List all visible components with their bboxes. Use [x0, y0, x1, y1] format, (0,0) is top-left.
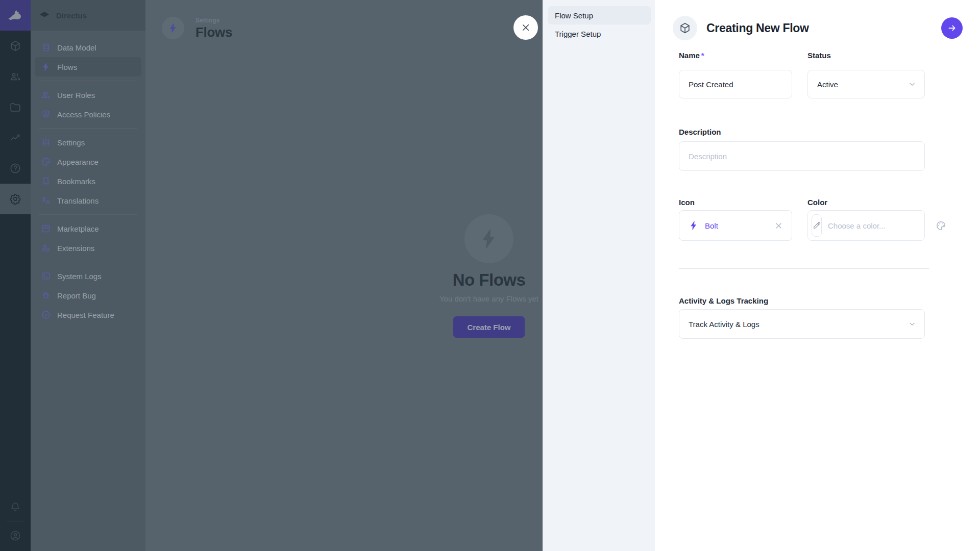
shield-person-icon: [41, 109, 51, 119]
form-divider: [679, 268, 929, 269]
submit-button[interactable]: [941, 17, 963, 39]
sidebar-item-system-logs[interactable]: System Logs: [35, 266, 141, 286]
sidebar: Directus Data ModelFlowsUser RolesAccess…: [31, 0, 145, 551]
description-label: Description: [679, 128, 721, 136]
sidebar-item-label: Marketplace: [57, 224, 99, 233]
sidebar-item-bookmarks[interactable]: Bookmarks: [35, 171, 141, 191]
page-icon: [162, 17, 184, 39]
sidebar-item-label: Translations: [57, 196, 99, 205]
account-button[interactable]: [0, 522, 31, 549]
gear-icon: [9, 193, 21, 205]
flow-setup-form: Name* Status Active Description Icon Col…: [679, 0, 925, 551]
module-files[interactable]: [0, 92, 31, 122]
sidebar-item-request-feature[interactable]: Request Feature: [35, 305, 141, 324]
bolt-icon: [689, 220, 699, 231]
drawer-nav-flow-setup[interactable]: Flow Setup: [548, 6, 651, 24]
sidebar-item-label: Flows: [57, 63, 77, 71]
app-logo[interactable]: [0, 0, 31, 31]
module-content[interactable]: [0, 31, 31, 61]
module-bar-bottom: [0, 493, 31, 549]
sidebar-divider: [39, 81, 137, 81]
sidebar-item-user-roles[interactable]: User Roles: [35, 85, 141, 105]
module-bar-divider: [7, 521, 23, 521]
terminal-icon: [41, 271, 51, 281]
icon-select[interactable]: Bolt: [679, 210, 792, 241]
sidebar-item-settings[interactable]: Settings: [35, 133, 141, 152]
sidebar-groups: Data ModelFlowsUser RolesAccess Policies…: [31, 31, 145, 324]
sidebar-item-translations[interactable]: Translations: [35, 191, 141, 210]
sidebar-item-extensions[interactable]: Extensions: [35, 238, 141, 258]
palette-icon: [41, 157, 51, 167]
sidebar-divider: [39, 128, 137, 129]
notifications-button[interactable]: [0, 493, 31, 520]
box-icon: [9, 40, 21, 52]
status-value: Active: [808, 80, 907, 89]
drawer-nav-trigger-setup[interactable]: Trigger Setup: [548, 24, 651, 43]
drawer-close-button[interactable]: [513, 15, 538, 40]
shapes-icon: [41, 243, 51, 253]
directus-rabbit-icon: [6, 6, 24, 24]
sidebar-item-label: Report Bug: [57, 291, 96, 300]
folder-icon: [9, 101, 21, 113]
name-label: Name*: [679, 51, 792, 60]
eyedropper-icon: [812, 221, 821, 230]
people-icon: [41, 90, 51, 100]
storefront-icon: [41, 223, 51, 234]
avatar-icon: [9, 530, 21, 542]
module-users[interactable]: [0, 61, 31, 92]
sidebar-item-flows[interactable]: Flows: [35, 57, 141, 77]
empty-state-icon: [464, 214, 513, 263]
people-icon: [9, 70, 21, 83]
sidebar-divider: [39, 262, 137, 262]
module-insights[interactable]: [0, 122, 31, 153]
insights-icon: [9, 132, 21, 144]
tune-icon: [41, 137, 51, 147]
required-asterisk: *: [701, 51, 704, 60]
help-icon: [9, 162, 21, 174]
drawer-section-nav: Flow SetupTrigger Setup: [543, 0, 655, 551]
color-input[interactable]: [822, 211, 936, 240]
name-input[interactable]: [679, 70, 792, 98]
color-label: Color: [807, 198, 925, 207]
project-logo-icon: [39, 10, 50, 21]
palette-icon[interactable]: [936, 220, 946, 231]
module-settings[interactable]: [0, 184, 31, 214]
sidebar-item-report-bug[interactable]: Report Bug: [35, 286, 141, 305]
bolt-icon: [478, 228, 500, 250]
page-title: Flows: [195, 24, 232, 40]
database-icon: [41, 42, 51, 53]
name-field-box: [679, 70, 792, 98]
bookmark-icon: [41, 176, 51, 186]
tracking-label: Activity & Logs Tracking: [679, 296, 768, 305]
sidebar-item-marketplace[interactable]: Marketplace: [35, 219, 141, 238]
icon-label: Icon: [679, 198, 792, 207]
tracking-value: Track Activity & Logs: [679, 320, 907, 329]
sidebar-item-label: Settings: [57, 138, 85, 147]
drawer: Creating New Flow Name* Status Active De…: [655, 0, 980, 551]
description-input[interactable]: [679, 142, 924, 170]
sidebar-item-appearance[interactable]: Appearance: [35, 152, 141, 171]
chevron-down-icon: [907, 319, 917, 329]
sidebar-item-label: User Roles: [57, 91, 95, 99]
sidebar-item-access-policies[interactable]: Access Policies: [35, 105, 141, 124]
project-header[interactable]: Directus: [31, 0, 145, 31]
sidebar-divider: [39, 214, 137, 215]
sidebar-item-label: Appearance: [57, 158, 99, 166]
status-select[interactable]: Active: [807, 70, 925, 98]
page-header: Settings Flows: [162, 17, 232, 40]
clear-icon-button[interactable]: [774, 221, 783, 231]
module-docs[interactable]: [0, 153, 31, 184]
module-bar: [0, 0, 31, 551]
bolt-icon: [167, 22, 179, 34]
sidebar-item-label: Access Policies: [57, 110, 110, 119]
arrow-right-icon: [947, 23, 957, 33]
sidebar-item-data-model[interactable]: Data Model: [35, 38, 141, 57]
tracking-select[interactable]: Track Activity & Logs: [679, 309, 925, 339]
close-icon: [520, 22, 531, 33]
sidebar-item-label: System Logs: [57, 272, 102, 281]
award-icon: [41, 310, 51, 320]
color-picker-button[interactable]: [812, 214, 822, 237]
sidebar-item-label: Extensions: [57, 244, 94, 253]
create-flow-button[interactable]: Create Flow: [453, 316, 525, 338]
icon-value: Bolt: [705, 221, 718, 230]
